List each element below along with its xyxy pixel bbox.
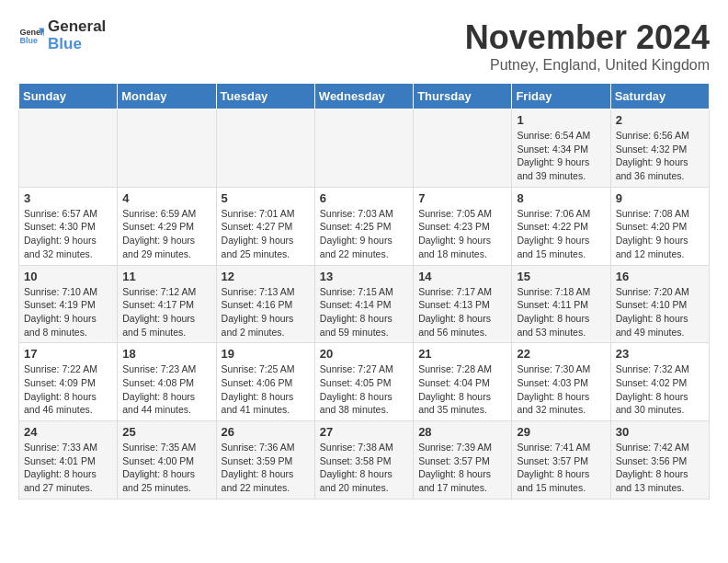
day-info: Sunrise: 7:27 AM Sunset: 4:05 PM Dayligh… <box>320 362 408 417</box>
day-number: 29 <box>517 425 605 439</box>
day-number: 22 <box>517 347 605 361</box>
day-info: Sunrise: 7:01 AM Sunset: 4:27 PM Dayligh… <box>222 207 310 261</box>
calendar-cell: 20Sunrise: 7:27 AM Sunset: 4:05 PM Dayli… <box>314 343 413 421</box>
day-number: 5 <box>222 191 310 205</box>
day-info: Sunrise: 7:18 AM Sunset: 4:11 PM Dayligh… <box>517 285 605 339</box>
day-info: Sunrise: 7:12 AM Sunset: 4:17 PM Dayligh… <box>122 285 210 339</box>
day-info: Sunrise: 7:17 AM Sunset: 4:13 PM Dayligh… <box>418 285 506 339</box>
calendar-cell: 19Sunrise: 7:25 AM Sunset: 4:06 PM Dayli… <box>216 343 314 421</box>
calendar-cell <box>19 109 118 188</box>
day-info: Sunrise: 7:10 AM Sunset: 4:19 PM Dayligh… <box>24 285 112 339</box>
calendar-cell: 6Sunrise: 7:03 AM Sunset: 4:25 PM Daylig… <box>314 187 413 265</box>
day-info: Sunrise: 7:33 AM Sunset: 4:01 PM Dayligh… <box>24 441 112 495</box>
day-info: Sunrise: 6:56 AM Sunset: 4:32 PM Dayligh… <box>616 129 704 183</box>
day-number: 20 <box>320 347 408 361</box>
day-number: 27 <box>320 425 408 439</box>
header: General Blue General Blue November 2024 … <box>18 18 710 74</box>
day-number: 14 <box>418 270 506 283</box>
day-info: Sunrise: 7:06 AM Sunset: 4:22 PM Dayligh… <box>517 207 605 261</box>
calendar-cell: 8Sunrise: 7:06 AM Sunset: 4:22 PM Daylig… <box>512 187 610 265</box>
calendar-week-row: 17Sunrise: 7:22 AM Sunset: 4:09 PM Dayli… <box>19 343 710 421</box>
calendar-cell: 23Sunrise: 7:32 AM Sunset: 4:02 PM Dayli… <box>610 343 709 421</box>
day-number: 25 <box>122 425 210 439</box>
calendar-cell: 10Sunrise: 7:10 AM Sunset: 4:19 PM Dayli… <box>19 265 118 343</box>
calendar-table: SundayMondayTuesdayWednesdayThursdayFrid… <box>18 83 710 500</box>
day-number: 1 <box>517 113 605 127</box>
day-number: 30 <box>616 425 704 439</box>
day-info: Sunrise: 7:08 AM Sunset: 4:20 PM Dayligh… <box>616 207 704 261</box>
day-number: 13 <box>320 270 408 283</box>
day-number: 19 <box>222 347 310 361</box>
day-info: Sunrise: 7:35 AM Sunset: 4:00 PM Dayligh… <box>122 441 210 495</box>
calendar-cell <box>414 109 512 188</box>
calendar-cell: 5Sunrise: 7:01 AM Sunset: 4:27 PM Daylig… <box>216 187 314 265</box>
day-info: Sunrise: 7:13 AM Sunset: 4:16 PM Dayligh… <box>222 285 310 339</box>
day-of-week-header: Saturday <box>610 84 709 109</box>
day-info: Sunrise: 6:59 AM Sunset: 4:29 PM Dayligh… <box>122 207 210 261</box>
calendar-cell: 25Sunrise: 7:35 AM Sunset: 4:00 PM Dayli… <box>118 421 216 500</box>
calendar-cell: 30Sunrise: 7:42 AM Sunset: 3:56 PM Dayli… <box>610 421 709 500</box>
subtitle: Putney, England, United Kingdom <box>465 57 710 74</box>
calendar-cell: 12Sunrise: 7:13 AM Sunset: 4:16 PM Dayli… <box>216 265 314 343</box>
day-number: 2 <box>616 113 704 127</box>
calendar-cell <box>118 109 216 188</box>
day-info: Sunrise: 7:22 AM Sunset: 4:09 PM Dayligh… <box>24 362 112 417</box>
calendar-week-row: 3Sunrise: 6:57 AM Sunset: 4:30 PM Daylig… <box>19 187 710 265</box>
day-number: 24 <box>24 425 112 439</box>
day-info: Sunrise: 7:28 AM Sunset: 4:04 PM Dayligh… <box>418 362 506 417</box>
day-number: 21 <box>418 347 506 361</box>
calendar-cell: 22Sunrise: 7:30 AM Sunset: 4:03 PM Dayli… <box>512 343 610 421</box>
day-number: 8 <box>517 191 605 205</box>
day-of-week-header: Wednesday <box>314 84 413 109</box>
logo: General Blue General Blue <box>18 18 106 52</box>
day-info: Sunrise: 7:05 AM Sunset: 4:23 PM Dayligh… <box>418 207 506 261</box>
calendar-cell <box>314 109 413 188</box>
day-info: Sunrise: 7:15 AM Sunset: 4:14 PM Dayligh… <box>320 285 408 339</box>
day-of-week-header: Monday <box>118 84 216 109</box>
day-of-week-header: Sunday <box>19 84 118 109</box>
day-number: 3 <box>24 191 112 205</box>
day-info: Sunrise: 7:36 AM Sunset: 3:59 PM Dayligh… <box>222 441 310 495</box>
day-number: 4 <box>122 191 210 205</box>
day-info: Sunrise: 7:23 AM Sunset: 4:08 PM Dayligh… <box>122 362 210 417</box>
calendar-header-row: SundayMondayTuesdayWednesdayThursdayFrid… <box>19 84 710 109</box>
calendar-cell: 28Sunrise: 7:39 AM Sunset: 3:57 PM Dayli… <box>414 421 512 500</box>
calendar-cell <box>216 109 314 188</box>
calendar-cell: 9Sunrise: 7:08 AM Sunset: 4:20 PM Daylig… <box>610 187 709 265</box>
day-number: 15 <box>517 270 605 283</box>
calendar-cell: 13Sunrise: 7:15 AM Sunset: 4:14 PM Dayli… <box>314 265 413 343</box>
day-number: 28 <box>418 425 506 439</box>
calendar-cell: 4Sunrise: 6:59 AM Sunset: 4:29 PM Daylig… <box>118 187 216 265</box>
calendar-cell: 18Sunrise: 7:23 AM Sunset: 4:08 PM Dayli… <box>118 343 216 421</box>
logo-blue: Blue <box>48 36 106 53</box>
day-of-week-header: Friday <box>512 84 610 109</box>
calendar-cell: 27Sunrise: 7:38 AM Sunset: 3:58 PM Dayli… <box>314 421 413 500</box>
day-info: Sunrise: 7:32 AM Sunset: 4:02 PM Dayligh… <box>616 362 704 417</box>
logo-general: General <box>48 18 106 36</box>
calendar-cell: 1Sunrise: 6:54 AM Sunset: 4:34 PM Daylig… <box>512 109 610 188</box>
calendar-cell: 29Sunrise: 7:41 AM Sunset: 3:57 PM Dayli… <box>512 421 610 500</box>
calendar-cell: 7Sunrise: 7:05 AM Sunset: 4:23 PM Daylig… <box>414 187 512 265</box>
day-info: Sunrise: 7:42 AM Sunset: 3:56 PM Dayligh… <box>616 441 704 495</box>
calendar-cell: 26Sunrise: 7:36 AM Sunset: 3:59 PM Dayli… <box>216 421 314 500</box>
day-info: Sunrise: 6:57 AM Sunset: 4:30 PM Dayligh… <box>24 207 112 261</box>
logo-icon: General Blue <box>18 23 44 49</box>
title-area: November 2024 Putney, England, United Ki… <box>465 18 710 74</box>
day-number: 26 <box>222 425 310 439</box>
calendar-cell: 21Sunrise: 7:28 AM Sunset: 4:04 PM Dayli… <box>414 343 512 421</box>
day-info: Sunrise: 7:30 AM Sunset: 4:03 PM Dayligh… <box>517 362 605 417</box>
day-info: Sunrise: 7:25 AM Sunset: 4:06 PM Dayligh… <box>222 362 310 417</box>
day-info: Sunrise: 7:20 AM Sunset: 4:10 PM Dayligh… <box>616 285 704 339</box>
calendar-cell: 24Sunrise: 7:33 AM Sunset: 4:01 PM Dayli… <box>19 421 118 500</box>
calendar-cell: 2Sunrise: 6:56 AM Sunset: 4:32 PM Daylig… <box>610 109 709 188</box>
calendar-week-row: 10Sunrise: 7:10 AM Sunset: 4:19 PM Dayli… <box>19 265 710 343</box>
day-number: 10 <box>24 270 112 283</box>
calendar-cell: 14Sunrise: 7:17 AM Sunset: 4:13 PM Dayli… <box>414 265 512 343</box>
day-number: 17 <box>24 347 112 361</box>
day-info: Sunrise: 7:03 AM Sunset: 4:25 PM Dayligh… <box>320 207 408 261</box>
day-number: 9 <box>616 191 704 205</box>
day-number: 12 <box>222 270 310 283</box>
calendar-body: 1Sunrise: 6:54 AM Sunset: 4:34 PM Daylig… <box>19 109 710 500</box>
day-info: Sunrise: 7:41 AM Sunset: 3:57 PM Dayligh… <box>517 441 605 495</box>
day-number: 16 <box>616 270 704 283</box>
